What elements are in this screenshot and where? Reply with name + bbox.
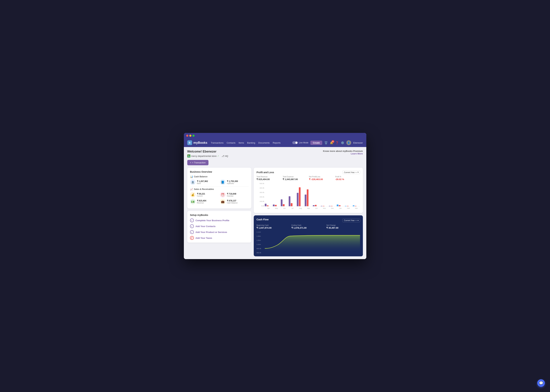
live-mode-toggle[interactable]: Live Mode [292,141,308,144]
close-dot[interactable] [186,135,188,137]
bar-oct-red [315,205,317,206]
bar-group-oct [313,205,320,206]
current-balance: 💰 ₹ 59,221 Current [190,192,219,197]
business-name-text: mercy departmental store [191,155,216,157]
cy-111: 1.11m [257,231,261,233]
trash-icon[interactable]: 🗑️ [324,141,328,144]
hq-icon: ⎇ [222,155,224,157]
bar-feb-blue [345,206,347,206]
business-icon: 🏪 [187,154,190,158]
bank-label: Bank [197,182,208,184]
minimize-dot[interactable] [189,135,191,137]
sales-grid: 💰 ₹ 59,221 Current ⏰ ₹ 718,848 Overdue [190,192,249,204]
mybooks-balance: 📘 ₹ 1,755,300 myBooks [220,179,249,185]
bank-icon: 🏦 [190,179,195,185]
nav-items[interactable]: Items [239,141,244,145]
bar-apr-purple [265,204,266,206]
setup-text-2[interactable]: Add Your Product or Services [195,231,227,233]
current-value: ₹ 59,221 [197,193,205,195]
setup-check-3: ✗ [190,236,194,240]
overdue-balance: ⏰ ₹ 718,848 Overdue [220,192,249,197]
nav-reports[interactable]: Reports [273,141,281,145]
chart-area [265,183,360,207]
bar-jun-red [283,204,285,206]
cashflow-chevron-icon[interactable]: ▾ [358,219,359,222]
header-left: Welcome! Ebenezer 🏪 mercy departmental s… [187,150,228,158]
cash-balance-label: Cash Balance [194,175,208,178]
revenue-info: ₹ 815,404 Revenue [197,200,206,204]
welcome-prefix: Welcome! [187,150,202,153]
setup-item-2: ✓ Add Your Product or Services [190,230,249,234]
toggle-switch[interactable] [292,141,298,144]
bar-sep-red [307,189,308,206]
filter-close-icon[interactable]: × [355,171,356,173]
learn-more-link[interactable]: Learn More [323,152,363,155]
setup-text-0[interactable]: Complete Your Business Profile [195,219,230,222]
bar-nov-purple [321,206,322,206]
label-nov: Nov [321,207,328,209]
bar-group-mar [353,205,360,206]
create-button[interactable]: Create [310,141,322,145]
profit-loss-card: Profit and Loss Current Year × ▾ Total R… [254,168,363,213]
toggle-knob [295,142,298,144]
cashflow-close-icon[interactable]: × [355,219,356,221]
overdue-icon: ⏰ [220,192,225,197]
nav-documents[interactable]: Documents [258,141,270,145]
metric-total-expense: Total Expense ₹ 1,043,867.00 [283,176,307,181]
metric-expense-label: Total Expense [283,176,307,178]
label-apr: Apr [265,207,272,209]
label-jan: Jan [337,207,344,209]
brand-name: myBooks [194,141,208,145]
help-icon[interactable]: ❓ [335,141,339,144]
premium-text: Know more about myBooks Premium [323,150,363,152]
maximize-dot[interactable] [192,135,195,137]
cy-105: 1.05m [257,239,261,241]
cashflow-card: Cash Flow Current Year × ▾ Beginning Cas… [254,215,363,256]
mybooks-label: myBooks [227,182,238,184]
setup-card: Setup myBooks ✓ Complete Your Business P… [187,211,251,243]
cashflow-filter[interactable]: Current Year × ▾ [342,219,360,222]
business-overview-title: Business Overview [190,170,249,173]
setup-title: Setup myBooks [190,214,249,217]
y-500: 500.0k [257,183,264,184]
chat-button[interactable]: 💬 [537,379,545,387]
label-jul: Jul [289,207,296,209]
profit-loss-title: Profit and Loss [257,171,274,174]
header-row: Welcome! Ebenezer 🏪 mercy departmental s… [187,150,363,158]
current-info: ₹ 59,221 Current [197,193,205,197]
label-dec: Dec [329,207,336,209]
header-right: Know more about myBooks Premium Learn Mo… [323,150,363,155]
net-change: Net Change ₹ 30,497.00 [326,224,360,229]
bar-group-dec [329,206,336,206]
sales-icon: 📈 [190,188,193,191]
label-mar: Mar [353,207,360,209]
bar-jan-blue [337,204,338,206]
transaction-button[interactable]: + + Transaction [187,160,209,165]
nav-contacts[interactable]: Contacts [227,141,235,145]
nav-links: Transactions Contacts Items Banking Docu… [211,141,289,145]
bar-group-may [273,204,280,206]
setup-list: ✓ Complete Your Business Profile ✓ Add Y… [190,218,249,240]
bar-jun-purple [281,199,283,206]
settings-icon[interactable]: ⚙️ [341,141,344,144]
bar-may-purple [273,204,275,206]
y-200: 200.0k [257,196,264,198]
metric-pct-label: Profit % [335,176,360,178]
filter-chevron-icon[interactable]: ▾ [358,171,359,173]
bar-group-aug [297,187,304,206]
notification-icon[interactable]: 🔔 51 [330,141,333,144]
nav-transactions[interactable]: Transactions [211,141,224,145]
nav-banking[interactable]: Banking [247,141,255,145]
setup-text-3[interactable]: Add Your Taxes [195,237,212,239]
avatar[interactable]: 👤 [346,140,351,145]
setup-text-1[interactable]: Add Your Contacts [195,225,216,228]
profit-filter-select[interactable]: Current Year × ▾ [342,170,360,174]
label-feb: Feb [345,207,352,209]
setup-item-3: ✗ Add Your Taxes [190,236,249,240]
check-mark: ✓ [217,155,219,157]
welcome-message: Welcome! Ebenezer [187,150,228,153]
bar-dec-purple [329,206,331,206]
bar-oct-purple [313,205,314,206]
net-change-label: Net Change [326,224,360,226]
metric-net-value: ₹ -228,463.00 [309,178,334,181]
